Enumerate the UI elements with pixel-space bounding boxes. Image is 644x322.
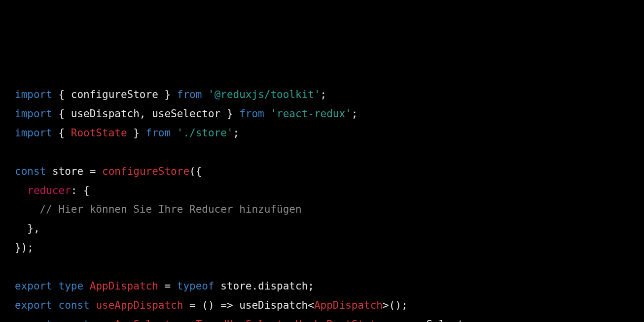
keyword-import: import [15, 89, 52, 100]
brace: } [220, 108, 239, 120]
type-name: AppDispatch [90, 280, 158, 292]
brace: } [127, 127, 146, 139]
indent [15, 185, 27, 196]
string-literal: './store' [177, 127, 233, 139]
code-line-11: export type AppDispatch = typeof store.d… [15, 277, 629, 296]
semicolon: ; [321, 89, 327, 100]
expression: = () => useDispatch< [183, 299, 314, 311]
keyword-from: from [177, 89, 202, 100]
code-line-8: }, [15, 219, 629, 238]
property-name: reducer [27, 185, 71, 196]
code-block: import { configureStore } from '@reduxjs… [15, 85, 629, 322]
brace: } [158, 89, 177, 100]
code-line-1: import { configureStore } from '@reduxjs… [15, 85, 629, 104]
indent [15, 203, 40, 215]
string-literal: 'react-redux' [270, 108, 351, 120]
type-name: RootState [71, 127, 127, 139]
expression: store.dispatch; [220, 280, 314, 292]
space [90, 299, 96, 311]
keyword-import: import [15, 127, 52, 139]
operator: = [158, 280, 177, 292]
punct: : [183, 319, 195, 322]
keyword-typeof: typeof [177, 280, 215, 292]
operator: = [83, 165, 102, 177]
semicolon: ; [352, 108, 358, 120]
space [215, 280, 221, 292]
function-call: configureStore [102, 165, 189, 177]
space [90, 319, 96, 322]
code-line-7: // Hier können Sie Ihre Reducer hinzufüg… [15, 200, 629, 219]
keyword-import: import [15, 108, 52, 120]
code-line-9: }); [15, 238, 629, 258]
blank-line [15, 143, 629, 162]
keyword-export: export [15, 319, 52, 322]
angle-bracket: > [383, 319, 389, 322]
code-line-12: export const useAppDispatch = () => useD… [15, 296, 629, 315]
space [52, 319, 59, 322]
brace: { [52, 127, 71, 139]
identifier: useAppSelector [96, 319, 183, 322]
code-line-3: import { RootState } from './store'; [15, 124, 629, 143]
space [202, 89, 208, 100]
keyword-type: type [59, 280, 84, 292]
keyword-const: const [59, 319, 90, 322]
space [46, 165, 52, 177]
identifier: configureStore [71, 89, 158, 100]
punct: >(); [383, 299, 408, 311]
identifier: useDispatch, useSelector [71, 108, 220, 120]
space [52, 280, 59, 292]
angle-bracket: < [321, 319, 327, 322]
blank-line [15, 258, 629, 277]
keyword-from: from [239, 108, 264, 120]
space [83, 280, 90, 292]
identifier: useAppDispatch [96, 299, 183, 311]
keyword-from: from [146, 127, 171, 139]
type-name: TypedUseSelectorHook [196, 319, 321, 322]
space [264, 108, 271, 120]
code-line-13: export const useAppSelector: TypedUseSel… [15, 315, 629, 322]
keyword-const: const [59, 299, 90, 311]
paren: ({ [189, 165, 202, 177]
space [171, 127, 177, 139]
code-line-5: const store = configureStore({ [15, 162, 629, 181]
space [52, 299, 59, 311]
comment: // Hier können Sie Ihre Reducer hinzufüg… [40, 203, 302, 215]
code-line-2: import { useDispatch, useSelector } from… [15, 104, 629, 124]
string-literal: '@reduxjs/toolkit' [208, 89, 321, 100]
type-name: RootState [326, 319, 383, 322]
expression: = useSelector; [389, 319, 483, 322]
keyword-const: const [15, 165, 46, 177]
keyword-export: export [15, 299, 52, 311]
brace: { [52, 89, 71, 100]
code-line-6: reducer: { [15, 181, 629, 200]
semicolon: ; [233, 127, 240, 139]
keyword-export: export [15, 280, 52, 292]
type-name: AppDispatch [314, 299, 383, 311]
identifier: store [52, 165, 83, 177]
punct: : { [71, 185, 90, 196]
brace: { [52, 108, 71, 120]
